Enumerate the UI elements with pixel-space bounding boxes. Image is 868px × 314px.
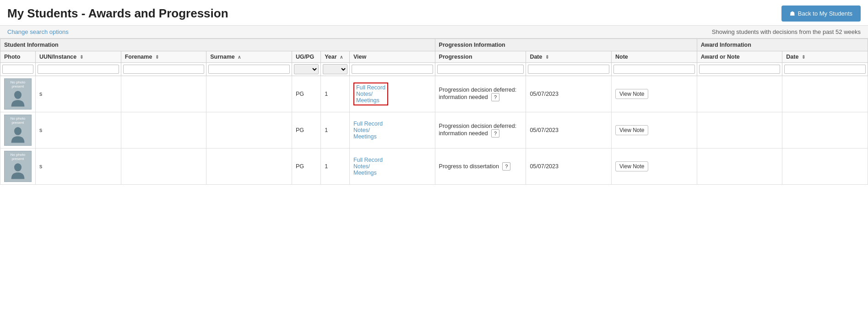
search-info-text: Showing students with decisions from the…	[712, 28, 861, 35]
filter-surname	[206, 63, 292, 76]
award-date-cell	[782, 76, 868, 112]
sort-award-date-icon[interactable]: ⇕	[802, 55, 805, 60]
filter-uun	[36, 63, 121, 76]
table-row: No photo present sPG1Full RecordNotes/Me…	[0, 112, 868, 149]
students-table: Student Information Progression Informat…	[0, 39, 868, 185]
col-progression: Progression	[435, 51, 526, 63]
filter-award-or-note	[697, 63, 782, 76]
sort-date-icon[interactable]: ⇕	[545, 55, 549, 60]
search-bar: Change search options Showing students w…	[0, 25, 868, 39]
back-to-my-students-button[interactable]: ☗ Back to My Students	[781, 6, 861, 22]
sort-surname-icon[interactable]: ∧	[238, 55, 241, 60]
svg-point-0	[14, 91, 22, 99]
filter-note-input[interactable]	[613, 65, 695, 74]
filter-award-or-note-input[interactable]	[699, 65, 781, 74]
col-award-date[interactable]: Date ⇕	[782, 51, 868, 63]
note-cell[interactable]: View Note	[612, 149, 697, 185]
filter-date-input[interactable]	[528, 65, 609, 74]
svg-point-2	[14, 163, 22, 171]
back-button-label: Back to My Students	[798, 10, 852, 17]
award-or-note-cell	[697, 76, 782, 112]
no-photo-label: No photo present	[5, 116, 31, 125]
progression-info-group-header: Progression Information	[435, 39, 697, 51]
award-date-cell	[782, 149, 868, 185]
year-cell: 1	[321, 112, 350, 149]
sort-year-icon[interactable]: ∧	[340, 55, 343, 60]
filter-row: UG PG	[0, 63, 868, 76]
filter-surname-input[interactable]	[208, 65, 290, 74]
col-uun[interactable]: UUN/Instance ⇕	[36, 51, 121, 63]
page-title: My Students - Awards and Progression	[7, 6, 228, 21]
photo-cell: No photo present	[0, 76, 36, 112]
uun-cell: s	[36, 149, 121, 185]
progression-cell: Progression decision deferred: informati…	[435, 112, 526, 149]
progression-cell: Progress to dissertation ?	[435, 149, 526, 185]
student-info-group-header: Student Information	[0, 39, 435, 51]
surname-cell	[206, 112, 292, 149]
filter-view	[349, 63, 435, 76]
progression-question-button[interactable]: ?	[491, 93, 499, 101]
back-icon: ☗	[790, 10, 795, 17]
col-ugpg: UG/PG	[292, 51, 320, 63]
progression-date-cell: 05/07/2023	[526, 76, 612, 112]
sort-uun-icon[interactable]: ⇕	[80, 55, 83, 60]
view-note-button[interactable]: View Note	[615, 89, 648, 99]
person-silhouette-icon	[11, 162, 25, 180]
progression-question-button[interactable]: ?	[491, 129, 499, 138]
filter-award-date	[782, 63, 868, 76]
sort-forename-icon[interactable]: ⇕	[155, 55, 159, 60]
col-award-or-note: Award or Note	[697, 51, 782, 63]
note-cell[interactable]: View Note	[612, 76, 697, 112]
page-header: My Students - Awards and Progression ☗ B…	[0, 0, 868, 25]
full-record-link[interactable]: Full RecordNotes/Meetings	[353, 121, 383, 140]
col-date[interactable]: Date ⇕	[526, 51, 612, 63]
progression-cell: Progression decision deferred: informati…	[435, 76, 526, 112]
filter-forename-input[interactable]	[123, 65, 205, 74]
full-record-link[interactable]: Full RecordNotes/Meetings	[353, 157, 383, 176]
filter-forename	[121, 63, 206, 76]
uun-cell: s	[36, 76, 121, 112]
view-note-button[interactable]: View Note	[615, 125, 648, 135]
filter-uun-input[interactable]	[38, 65, 119, 74]
filter-note	[612, 63, 697, 76]
progression-date-cell: 05/07/2023	[526, 112, 612, 149]
ugpg-cell: PG	[292, 149, 320, 185]
view-note-button[interactable]: View Note	[615, 161, 648, 171]
table-body: No photo present sPG1Full RecordNotes/Me…	[0, 76, 868, 185]
filter-year-select[interactable]	[323, 64, 347, 74]
change-search-options-link[interactable]: Change search options	[7, 28, 69, 35]
col-forename[interactable]: Forename ⇕	[121, 51, 206, 63]
col-photo: Photo	[0, 51, 36, 63]
filter-view-input[interactable]	[352, 65, 433, 74]
ugpg-cell: PG	[292, 76, 320, 112]
column-header-row: Photo UUN/Instance ⇕ Forename ⇕ Surname …	[0, 51, 868, 63]
col-view: View	[349, 51, 435, 63]
photo-placeholder: No photo present	[4, 78, 32, 110]
table-row: No photo present sPG1Full RecordNotes/Me…	[0, 76, 868, 112]
view-cell[interactable]: Full RecordNotes/Meetings	[349, 112, 435, 149]
view-cell[interactable]: Full RecordNotes/Meetings	[349, 76, 435, 112]
award-date-cell	[782, 112, 868, 149]
filter-progression-input[interactable]	[437, 65, 524, 74]
view-cell[interactable]: Full RecordNotes/Meetings	[349, 149, 435, 185]
filter-date	[526, 63, 612, 76]
filter-photo-input[interactable]	[2, 65, 33, 74]
col-year[interactable]: Year ∧	[321, 51, 350, 63]
main-table-container: Student Information Progression Informat…	[0, 39, 868, 185]
col-surname[interactable]: Surname ∧	[206, 51, 292, 63]
progression-question-button[interactable]: ?	[502, 162, 510, 171]
no-photo-label: No photo present	[5, 153, 31, 161]
filter-photo	[0, 63, 36, 76]
filter-year	[321, 63, 350, 76]
photo-placeholder: No photo present	[4, 115, 32, 146]
filter-award-date-input[interactable]	[784, 65, 866, 74]
award-or-note-cell	[697, 149, 782, 185]
progression-date-cell: 05/07/2023	[526, 149, 612, 185]
table-row: No photo present sPG1Full RecordNotes/Me…	[0, 149, 868, 185]
full-record-link[interactable]: Full RecordNotes/Meetings	[353, 83, 388, 105]
ugpg-cell: PG	[292, 112, 320, 149]
note-cell[interactable]: View Note	[612, 112, 697, 149]
filter-ugpg-select[interactable]: UG PG	[294, 64, 319, 74]
col-note: Note	[612, 51, 697, 63]
surname-cell	[206, 76, 292, 112]
